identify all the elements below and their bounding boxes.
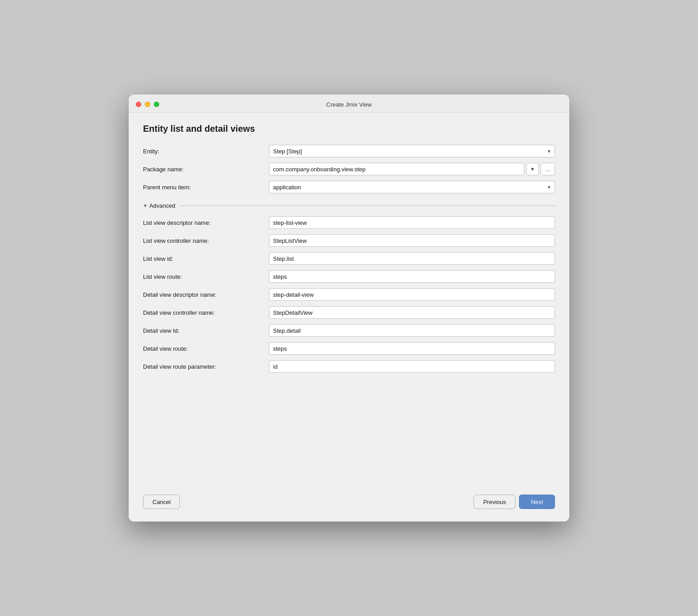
advanced-header: ▼ Advanced — [143, 202, 555, 209]
titlebar: Create Jmix View — [129, 94, 569, 113]
detail-route-label: Detail view route: — [143, 345, 269, 352]
detail-route-param-input[interactable] — [269, 360, 555, 373]
parent-menu-select[interactable]: application — [269, 181, 555, 193]
list-controller-input[interactable] — [269, 234, 555, 247]
detail-id-label: Detail view Id: — [143, 327, 269, 334]
detail-controller-label: Detail view controller name: — [143, 309, 269, 316]
previous-button[interactable]: Previous — [474, 495, 515, 509]
traffic-lights — [136, 102, 159, 107]
parent-menu-label: Parent menu item: — [143, 184, 269, 191]
entity-label: Entity: — [143, 148, 269, 155]
list-route-label: List view route: — [143, 273, 269, 280]
advanced-section: ▼ Advanced List view descriptor name: Li… — [143, 202, 555, 378]
list-id-input[interactable] — [269, 252, 555, 265]
detail-route-input[interactable] — [269, 342, 555, 355]
detail-id-row: Detail view Id: — [143, 324, 555, 337]
detail-route-row: Detail view route: — [143, 342, 555, 355]
list-descriptor-label: List view descriptor name: — [143, 219, 269, 226]
list-route-input[interactable] — [269, 270, 555, 283]
advanced-label: Advanced — [149, 202, 175, 209]
form-section: Entity: Step [Step] ▼ Package name: — [143, 145, 555, 385]
advanced-toggle[interactable]: ▼ Advanced — [143, 202, 175, 209]
content-area: Entity list and detail views Entity: Ste… — [129, 113, 569, 486]
package-name-control: ▼ … — [269, 163, 555, 175]
maximize-button[interactable] — [154, 102, 159, 107]
list-id-row: List view id: — [143, 252, 555, 265]
list-descriptor-input[interactable] — [269, 216, 555, 229]
parent-menu-select-wrap: application ▼ — [269, 181, 555, 193]
detail-route-param-row: Detail view route parameter: — [143, 360, 555, 373]
window-title: Create Jmix View — [327, 101, 372, 108]
package-dropdown-button[interactable]: ▼ — [526, 163, 539, 175]
entity-select-wrap: Step [Step] ▼ — [269, 145, 555, 157]
list-route-control — [269, 270, 555, 283]
advanced-chevron-icon: ▼ — [143, 203, 148, 208]
cancel-button[interactable]: Cancel — [143, 495, 180, 509]
footer-right-buttons: Previous Next — [474, 495, 555, 509]
package-input-wrap — [269, 163, 524, 175]
parent-menu-row: Parent menu item: application ▼ — [143, 181, 555, 193]
list-controller-label: List view controller name: — [143, 237, 269, 244]
detail-controller-input[interactable] — [269, 306, 555, 319]
detail-route-control — [269, 342, 555, 355]
list-controller-row: List view controller name: — [143, 234, 555, 247]
entity-row: Entity: Step [Step] ▼ — [143, 145, 555, 157]
detail-route-param-control — [269, 360, 555, 373]
package-name-label: Package name: — [143, 166, 269, 173]
list-id-control — [269, 252, 555, 265]
parent-menu-control: application ▼ — [269, 181, 555, 193]
detail-id-control — [269, 324, 555, 337]
dialog-window: Create Jmix View Entity list and detail … — [129, 94, 569, 522]
detail-descriptor-input[interactable] — [269, 288, 555, 301]
next-button[interactable]: Next — [519, 495, 555, 509]
detail-descriptor-label: Detail view descriptor name: — [143, 291, 269, 298]
close-button[interactable] — [136, 102, 141, 107]
list-id-label: List view id: — [143, 255, 269, 262]
detail-controller-row: Detail view controller name: — [143, 306, 555, 319]
list-controller-control — [269, 234, 555, 247]
entity-select[interactable]: Step [Step] — [269, 145, 555, 157]
detail-id-input[interactable] — [269, 324, 555, 337]
page-title: Entity list and detail views — [143, 124, 555, 134]
package-browse-button[interactable]: … — [541, 163, 555, 175]
entity-control: Step [Step] ▼ — [269, 145, 555, 157]
package-name-input[interactable] — [269, 163, 524, 175]
detail-controller-control — [269, 306, 555, 319]
list-descriptor-control — [269, 216, 555, 229]
minimize-button[interactable] — [145, 102, 150, 107]
package-name-row: Package name: ▼ … — [143, 163, 555, 175]
list-route-row: List view route: — [143, 270, 555, 283]
detail-descriptor-row: Detail view descriptor name: — [143, 288, 555, 301]
list-descriptor-row: List view descriptor name: — [143, 216, 555, 229]
footer: Cancel Previous Next — [129, 486, 569, 522]
detail-descriptor-control — [269, 288, 555, 301]
detail-route-param-label: Detail view route parameter: — [143, 363, 269, 370]
